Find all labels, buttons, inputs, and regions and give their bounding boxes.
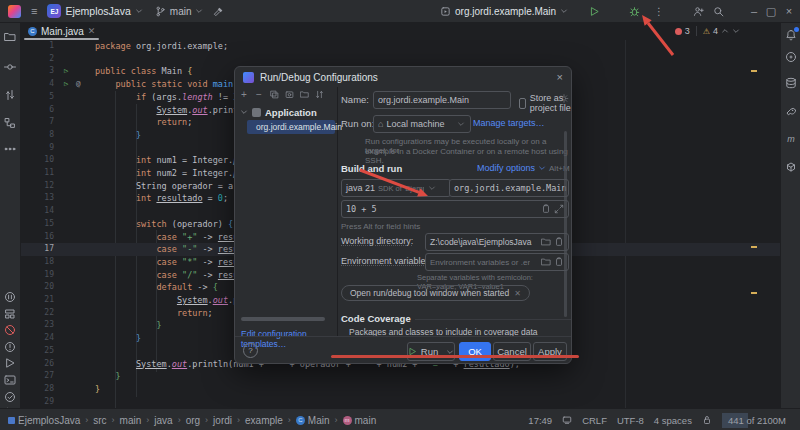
services-icon[interactable] — [3, 307, 17, 321]
breadcrumb-item[interactable]: org — [186, 415, 200, 426]
tree-horizontal-scrollbar[interactable] — [241, 317, 325, 321]
line-number: 20 — [20, 281, 54, 294]
cancel-button[interactable]: Cancel — [493, 342, 531, 361]
remove-config-icon[interactable]: − — [254, 89, 264, 99]
breadcrumb-item[interactable]: EjemplosJava — [8, 415, 80, 426]
main-class-field[interactable]: org.jordi.example.Main — [449, 179, 569, 197]
save-config-icon[interactable] — [284, 89, 294, 99]
workdir-field[interactable]: Z:\code\java\EjemplosJava — [425, 233, 569, 251]
browse-folder-icon[interactable] — [541, 257, 551, 267]
move-config-icon[interactable] — [299, 89, 309, 99]
store-checkbox[interactable] — [519, 98, 526, 109]
prev-problem-icon[interactable] — [721, 27, 729, 35]
ok-button[interactable]: OK — [459, 342, 491, 361]
env-field[interactable]: Environment variables or .env files — [425, 253, 569, 271]
run-gutter-icon[interactable]: ▷ — [64, 78, 68, 91]
profiler-icon[interactable] — [3, 290, 17, 304]
database-icon[interactable] — [784, 76, 798, 90]
readonly-lock-icon[interactable] — [702, 415, 712, 425]
paste-icon[interactable] — [554, 237, 564, 247]
dialog-scrollbar[interactable] — [564, 131, 567, 317]
tab-main-java[interactable]: C Main.java ✕ — [20, 22, 103, 40]
breadcrumb-item[interactable]: CMain — [296, 415, 330, 426]
help-button[interactable]: ? — [243, 343, 258, 358]
code-line[interactable]: 1package org.jordi.example; — [20, 40, 780, 53]
close-button[interactable]: × — [781, 0, 797, 22]
code-line[interactable]: 28} — [20, 383, 780, 396]
problems-icon[interactable] — [3, 323, 17, 337]
dependencies-icon[interactable] — [784, 160, 798, 174]
breadcrumb-item[interactable]: main — [120, 415, 142, 426]
encoding-widget[interactable]: UTF-8 — [617, 415, 644, 426]
chip-close-icon[interactable]: ✕ — [514, 289, 521, 298]
dialog-close-icon[interactable]: × — [557, 71, 563, 83]
collapse-icon[interactable] — [240, 108, 248, 116]
dialog-header[interactable]: Run/Debug Configurations — [235, 67, 571, 87]
pull-requests-icon[interactable] — [3, 88, 17, 102]
expand-field-icon[interactable] — [554, 204, 564, 214]
run-config-selector[interactable]: org.jordi.example.Main — [440, 0, 568, 22]
inspections-widget[interactable]: 3 ⚠ 4 — [675, 22, 740, 40]
debug-button[interactable] — [626, 0, 642, 22]
breadcrumb-item[interactable]: jordi — [213, 415, 232, 426]
code-line[interactable]: 29 — [20, 396, 780, 408]
code-line[interactable]: 2 — [20, 53, 780, 66]
project-icon[interactable] — [3, 30, 17, 44]
breadcrumb-item[interactable]: example — [245, 415, 283, 426]
todo-icon[interactable] — [3, 390, 17, 404]
commit-icon[interactable] — [3, 60, 17, 74]
run-button[interactable] — [586, 0, 602, 22]
search-icon[interactable] — [710, 0, 726, 22]
program-arguments-field[interactable]: 10 + 5 — [341, 200, 569, 218]
run-on-select[interactable]: ⌂ Local machine — [373, 115, 471, 133]
branch-widget[interactable]: main — [155, 6, 204, 17]
code-with-me-icon[interactable] — [690, 0, 706, 22]
project-widget[interactable]: EJ EjemplosJava — [47, 4, 142, 18]
code-line[interactable]: 27 } — [20, 370, 780, 383]
modify-options-link[interactable]: Modify options Alt+M — [477, 163, 570, 173]
line-separator-widget[interactable]: CRLF — [582, 415, 607, 426]
breadcrumb-item[interactable]: java — [154, 415, 172, 426]
tab-close-icon[interactable]: ✕ — [88, 26, 96, 36]
add-config-icon[interactable]: + — [239, 89, 249, 99]
notifications-icon[interactable] — [784, 28, 798, 42]
status-widget-icon[interactable] — [562, 415, 572, 425]
main-menu-icon[interactable]: ≡ — [31, 5, 37, 17]
run-gutter-icon[interactable]: ▷ — [64, 65, 68, 78]
sort-configs-icon[interactable] — [314, 89, 324, 99]
indent-widget[interactable]: 4 spaces — [654, 415, 692, 426]
maven-icon[interactable]: m — [784, 132, 798, 146]
name-field[interactable]: org.jordi.example.Main — [373, 91, 511, 109]
browse-folder-icon[interactable] — [541, 237, 551, 247]
minimize-button[interactable]: – — [746, 0, 762, 22]
build-icon[interactable] — [213, 6, 224, 17]
tree-group-application[interactable]: Application — [240, 105, 317, 119]
tree-item-selected[interactable]: org.jordi.example.Main — [247, 120, 335, 134]
apply-button[interactable]: Apply — [533, 342, 567, 361]
debug-tool-icon[interactable] — [3, 340, 17, 354]
breadcrumb[interactable]: EjemplosJava›src›main›java›org›jordi›exa… — [8, 415, 376, 426]
run-split-button[interactable]: Run — [407, 342, 455, 361]
manage-targets-link[interactable]: Manage targets… — [473, 118, 545, 128]
run-tool-window-chip[interactable]: Open run/debug tool window when started … — [341, 285, 530, 301]
copy-config-icon[interactable] — [269, 89, 279, 99]
ai-assistant-icon[interactable] — [784, 50, 798, 64]
build-and-run-header: Build and run — [341, 163, 402, 174]
breadcrumb-item[interactable]: mmain — [343, 415, 377, 426]
store-options-icon[interactable] — [559, 93, 569, 104]
more-icon[interactable] — [3, 142, 17, 156]
paste-icon[interactable] — [541, 204, 551, 214]
next-problem-icon[interactable] — [732, 27, 740, 35]
breadcrumb-item[interactable]: src — [93, 415, 106, 426]
jdk-select[interactable]: java 21 SDK of 'Ejempl — [341, 179, 451, 197]
code-coverage-header: Code Coverage — [341, 313, 411, 324]
gradle-icon[interactable] — [784, 104, 798, 118]
structure-icon[interactable] — [3, 116, 17, 130]
maximize-button[interactable]: ▢ — [763, 0, 779, 22]
run-tool-icon[interactable] — [3, 356, 17, 370]
terminal-icon[interactable] — [3, 373, 17, 387]
more-actions-icon[interactable]: ⋮ — [652, 0, 666, 22]
memory-indicator[interactable]: 441 of 2100M — [722, 413, 792, 428]
run-icon — [408, 346, 417, 357]
paste-icon[interactable] — [554, 257, 564, 267]
